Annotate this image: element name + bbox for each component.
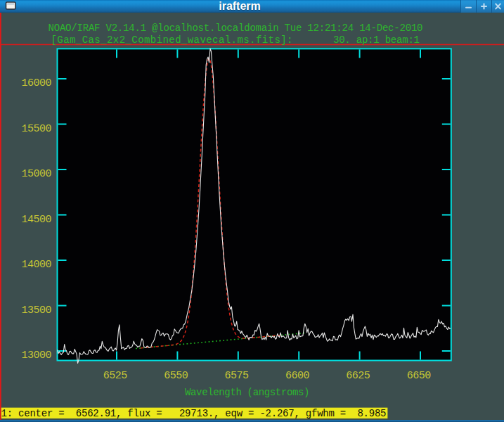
svg-text:15500: 15500 bbox=[22, 123, 52, 135]
svg-text:NOAO/IRAF V2.14.1 @localhost.l: NOAO/IRAF V2.14.1 @localhost.localdomain… bbox=[49, 23, 423, 34]
svg-text:30. ap:1 beam:1: 30. ap:1 beam:1 bbox=[333, 34, 420, 46]
svg-text:13000: 13000 bbox=[22, 350, 52, 362]
svg-text:6575: 6575 bbox=[225, 370, 250, 382]
svg-text:14000: 14000 bbox=[22, 259, 52, 271]
svg-text:6550: 6550 bbox=[164, 370, 188, 382]
svg-text:6625: 6625 bbox=[346, 370, 370, 382]
svg-text:Wavelength (angstroms): Wavelength (angstroms) bbox=[185, 387, 310, 398]
svg-text:16000: 16000 bbox=[22, 77, 52, 89]
svg-text:13500: 13500 bbox=[22, 305, 52, 316]
svg-text:[Gam_Cas_2x2_Combined_wavecal.: [Gam_Cas_2x2_Combined_wavecal.ms.fits]: bbox=[51, 34, 293, 46]
svg-text:15000: 15000 bbox=[22, 168, 52, 180]
svg-text:6525: 6525 bbox=[103, 370, 128, 382]
svg-text:6600: 6600 bbox=[285, 370, 310, 382]
svg-text:14500: 14500 bbox=[22, 214, 52, 226]
svg-text:1: center = 6562.91, flux =: 1: center = 6562.91, flux = 29713., eqw … bbox=[1, 408, 387, 419]
svg-text:6650: 6650 bbox=[407, 370, 432, 382]
